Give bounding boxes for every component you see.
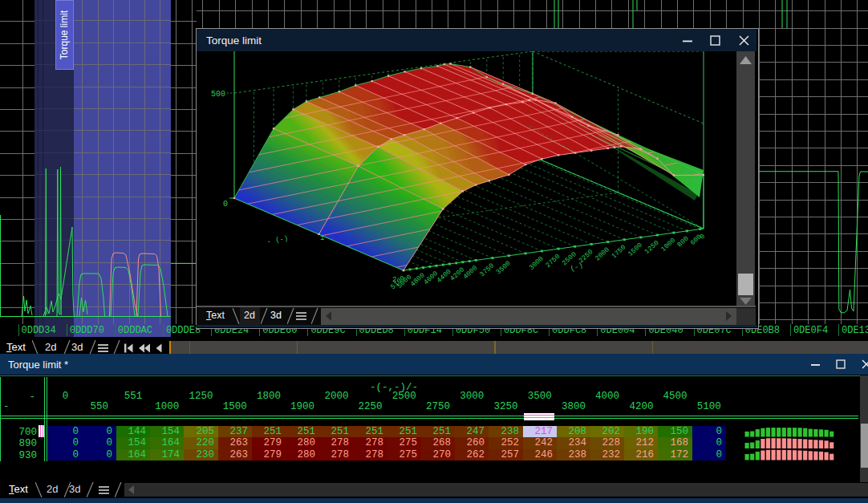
svg-text:- (-): - (-) <box>266 234 289 246</box>
svg-text:3500: 3500 <box>495 259 513 276</box>
svg-text:1000: 1000 <box>659 237 677 254</box>
svg-text:(-): (-) <box>570 262 585 274</box>
svg-text:0: 0 <box>223 200 228 209</box>
svg-text:1: 1 <box>320 234 324 242</box>
svg-text:4000: 4000 <box>462 264 480 281</box>
svg-text:3000: 3000 <box>528 255 546 272</box>
svg-text:1500: 1500 <box>627 241 644 258</box>
svg-text:2: 2 <box>392 276 396 284</box>
svg-text:2750: 2750 <box>544 253 562 270</box>
svg-text:2000: 2000 <box>594 245 611 262</box>
svg-text:1750: 1750 <box>610 243 628 260</box>
svg-text:3750: 3750 <box>478 262 496 278</box>
svg-text:1250: 1250 <box>643 239 661 256</box>
svg-text:800: 800 <box>675 235 690 249</box>
svg-text:500: 500 <box>211 90 225 99</box>
